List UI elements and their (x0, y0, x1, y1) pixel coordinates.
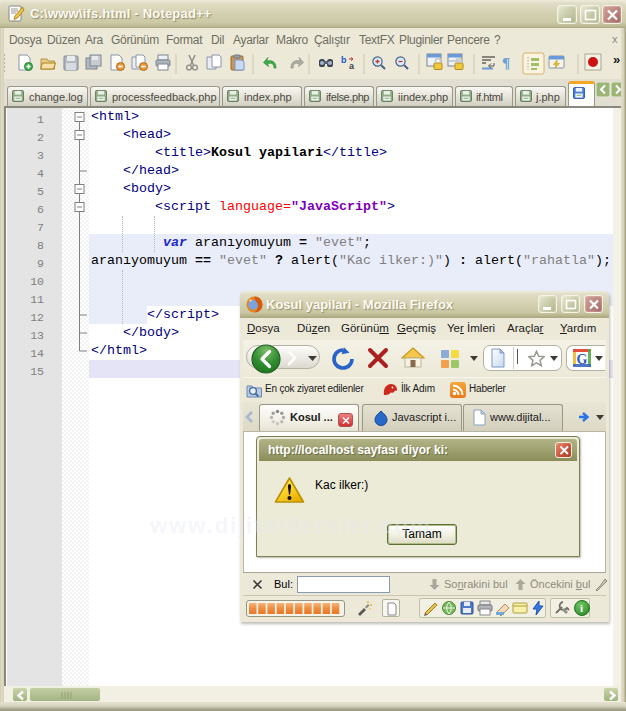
svg-text:i: i (580, 602, 583, 614)
svg-text:b: b (341, 55, 347, 65)
svg-text:»: » (613, 52, 620, 67)
svg-text:G: G (577, 352, 588, 367)
svg-text:a: a (349, 61, 355, 71)
svg-text:¶: ¶ (502, 55, 510, 71)
